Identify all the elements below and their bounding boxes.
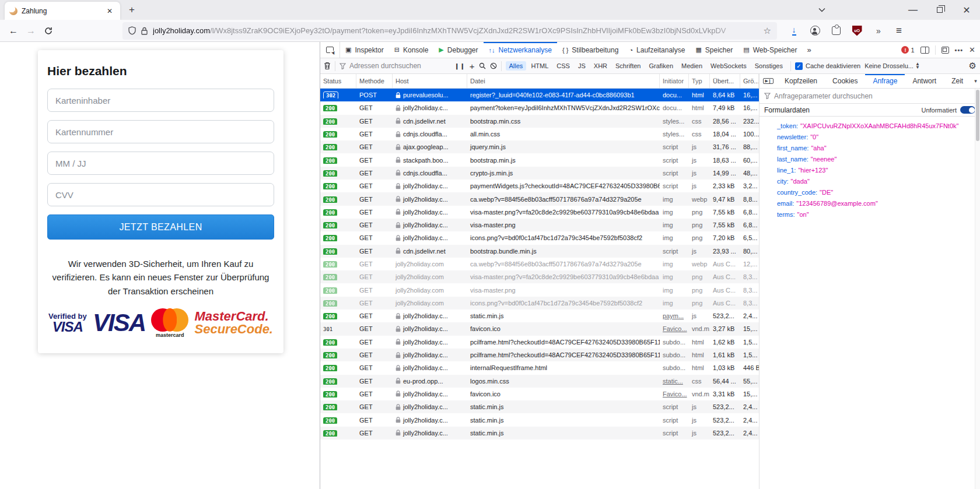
error-count-badge[interactable]: !1 bbox=[901, 46, 914, 54]
request-row[interactable]: 200 GET jolly2holiday.c... static.min.js… bbox=[320, 427, 759, 439]
request-row[interactable]: 200 GET jolly2holiday.com visa-master.pn… bbox=[320, 283, 759, 296]
ublock-extension-icon[interactable]: uO bbox=[848, 23, 866, 39]
browser-tab[interactable]: Zahlung ✕ bbox=[5, 2, 120, 20]
new-tab-button[interactable]: + bbox=[124, 2, 140, 17]
disable-cache-checkbox[interactable]: ✓ Cache deaktivieren bbox=[795, 62, 860, 70]
filter-pill-xhr[interactable]: XHR bbox=[590, 61, 611, 71]
extensions-puzzle-icon[interactable] bbox=[827, 23, 845, 39]
request-row[interactable]: 200 GET jolly2holiday.c... static.min.js… bbox=[320, 413, 759, 426]
request-row[interactable]: 200 GET jolly2holiday.c... payment?token… bbox=[320, 101, 759, 114]
request-row[interactable]: 200 GET jolly2holiday.c... pcilframe.htm… bbox=[320, 336, 759, 349]
card-cvv-input[interactable] bbox=[47, 183, 274, 206]
filter-pill-sonstiges[interactable]: Sonstiges bbox=[751, 61, 786, 71]
tab-konsole[interactable]: ⊟Konsole bbox=[389, 42, 434, 58]
request-initiator[interactable]: Favico... bbox=[660, 391, 689, 397]
block-requests-icon[interactable] bbox=[490, 62, 497, 69]
request-row[interactable]: 200 GET cdn.jsdelivr.net bootstrap.bundl… bbox=[320, 245, 759, 258]
request-row[interactable]: 200 GET jolly2holiday.c... favicon.ico F… bbox=[320, 388, 759, 400]
forward-button[interactable]: → bbox=[22, 23, 40, 39]
tab-stilbearbeitung[interactable]: { }Stilbearbeitung bbox=[557, 42, 624, 58]
minimize-button[interactable]: — bbox=[900, 0, 926, 20]
request-row[interactable]: 200 GET jolly2holiday.c... icons.png?v=b… bbox=[320, 231, 759, 244]
request-row[interactable]: 200 GET cdnjs.cloudfla... all.min.css st… bbox=[320, 128, 759, 140]
request-row[interactable]: 200 GET jolly2holiday.c... static.min.js… bbox=[320, 309, 759, 322]
column-header-6[interactable]: Übert... bbox=[710, 74, 740, 88]
request-initiator[interactable]: paym... bbox=[660, 312, 689, 319]
pane-tab-cookies[interactable]: Cookies bbox=[825, 74, 865, 88]
request-row[interactable]: 200 GET jolly2holiday.c... pcilframe.htm… bbox=[320, 349, 759, 361]
filter-pill-grafiken[interactable]: Grafiken bbox=[645, 61, 677, 71]
tracking-shield-icon[interactable] bbox=[128, 26, 136, 35]
tab-list-chevron-icon[interactable] bbox=[808, 0, 835, 20]
network-settings-gear-icon[interactable]: ⚙ bbox=[969, 61, 977, 71]
request-row[interactable]: 302 POST purevaluesolu... register?_luui… bbox=[320, 89, 759, 101]
pane-tab-anfrage[interactable]: Anfrage bbox=[865, 74, 905, 88]
clear-requests-trash-icon[interactable] bbox=[324, 62, 331, 70]
filter-pill-css[interactable]: CSS bbox=[553, 61, 573, 71]
request-initiator[interactable]: Favico... bbox=[660, 325, 689, 332]
close-window-button[interactable]: ✕ bbox=[953, 0, 980, 20]
card-number-input[interactable] bbox=[47, 120, 274, 143]
filter-pill-schriften[interactable]: Schriften bbox=[612, 61, 644, 71]
tab-laufzeitanalyse[interactable]: ◔Laufzeitanalyse bbox=[624, 42, 690, 58]
tab-debugger[interactable]: ▶Debugger bbox=[433, 42, 483, 58]
back-button[interactable]: ← bbox=[5, 23, 22, 39]
request-row[interactable]: 301 GET jolly2holiday.c... favicon.ico F… bbox=[320, 322, 759, 335]
menu-hamburger-icon[interactable]: ≡ bbox=[890, 23, 908, 39]
request-row[interactable]: 200 GET jolly2holiday.com icons.png?v=bd… bbox=[320, 297, 759, 309]
request-row[interactable]: 200 GET cdnjs.cloudfla... crypto-js.min.… bbox=[320, 167, 759, 180]
request-row[interactable]: 200 GET cdn.jsdelivr.net bootstrap.min.c… bbox=[320, 115, 759, 128]
address-filter-input[interactable]: Adressen durchsuchen bbox=[340, 62, 450, 70]
card-expiry-input[interactable] bbox=[47, 152, 274, 175]
tab-netzwerkanalyse[interactable]: ↑↓Netzwerkanalyse bbox=[484, 42, 557, 58]
column-header-0[interactable]: Status bbox=[320, 74, 356, 88]
tab-speicher[interactable]: ▦Speicher bbox=[690, 42, 738, 58]
search-requests-icon[interactable] bbox=[479, 62, 486, 69]
pay-now-button[interactable]: JETZT BEZAHLEN bbox=[47, 214, 274, 240]
filter-pill-medien[interactable]: Medien bbox=[678, 61, 706, 71]
throttling-select[interactable]: Keine Drosselu... ▲▼ bbox=[864, 62, 920, 70]
more-tabs-chevrons-icon[interactable]: » bbox=[802, 42, 814, 58]
devtools-menu-icon[interactable]: ••• bbox=[955, 47, 964, 54]
resend-request-icon[interactable]: ▶❙ bbox=[760, 74, 777, 88]
pane-tab-zeit[interactable]: Zeit bbox=[944, 74, 971, 88]
split-console-icon[interactable] bbox=[921, 47, 929, 54]
account-icon[interactable] bbox=[806, 23, 824, 39]
tab-web-speicher[interactable]: ▤Web-Speicher bbox=[738, 42, 802, 58]
bookmark-star-icon[interactable]: ☆ bbox=[764, 26, 771, 36]
filter-pill-alles[interactable]: Alles bbox=[506, 61, 527, 71]
column-header-2[interactable]: Host bbox=[393, 74, 467, 88]
request-row[interactable]: 200 GET ajax.googleap... jquery.min.js s… bbox=[320, 140, 759, 153]
request-row[interactable]: 200 GET jolly2holiday.com ca.webp?v=884f… bbox=[320, 258, 759, 270]
request-row[interactable]: 200 GET jolly2holiday.c... visa-master.p… bbox=[320, 206, 759, 219]
pick-element-icon[interactable] bbox=[320, 42, 340, 58]
card-holder-input[interactable] bbox=[47, 89, 274, 112]
column-header-4[interactable]: Initiator bbox=[660, 74, 689, 88]
request-row[interactable]: 200 GET stackpath.boo... bootstrap.min.j… bbox=[320, 153, 759, 166]
pane-tab-antwort[interactable]: Antwort bbox=[905, 74, 944, 88]
column-header-3[interactable]: Datei bbox=[467, 74, 660, 88]
request-row[interactable]: 200 GET jolly2holiday.c... static.min.js… bbox=[320, 400, 759, 413]
filter-pill-js[interactable]: JS bbox=[575, 61, 589, 71]
request-initiator[interactable]: static... bbox=[660, 378, 689, 385]
new-request-plus-icon[interactable]: + bbox=[470, 61, 475, 71]
url-bar[interactable]: jolly2holiday.com/l/Wx8jtss9ZraK9OC9iEXj… bbox=[123, 22, 777, 40]
request-row[interactable]: 200 GET jolly2holiday.com visa-master.pn… bbox=[320, 270, 759, 283]
column-header-5[interactable]: Typ bbox=[689, 74, 710, 88]
request-row[interactable]: 200 GET eu-prod.opp... logos.min.css sta… bbox=[320, 375, 759, 388]
request-params-filter-input[interactable]: Anfrageparameter durchsuchen bbox=[760, 89, 980, 104]
tab-inspektor[interactable]: ▣Inspektor bbox=[340, 42, 389, 58]
tab-close-icon[interactable]: ✕ bbox=[104, 5, 116, 17]
pane-tab-kopfzeilen[interactable]: Kopfzeilen bbox=[777, 74, 825, 88]
reload-button[interactable] bbox=[40, 23, 57, 39]
restore-button[interactable] bbox=[926, 0, 953, 20]
request-row[interactable]: 200 GET jolly2holiday.c... ca.webp?v=884… bbox=[320, 192, 759, 205]
request-row[interactable]: 200 GET jolly2holiday.c... paymentWidget… bbox=[320, 180, 759, 192]
filter-pill-websockets[interactable]: WebSockets bbox=[707, 61, 750, 71]
pause-recording-icon[interactable]: ❙❙ bbox=[454, 63, 466, 69]
https-lock-icon[interactable] bbox=[141, 27, 148, 35]
filter-pill-html[interactable]: HTML bbox=[527, 61, 552, 71]
request-row[interactable]: 200 GET jolly2holiday.c... internalReque… bbox=[320, 361, 759, 374]
request-row[interactable]: 200 GET jolly2holiday.c... visa-master.p… bbox=[320, 219, 759, 231]
pane-scrollbar[interactable] bbox=[975, 89, 980, 489]
